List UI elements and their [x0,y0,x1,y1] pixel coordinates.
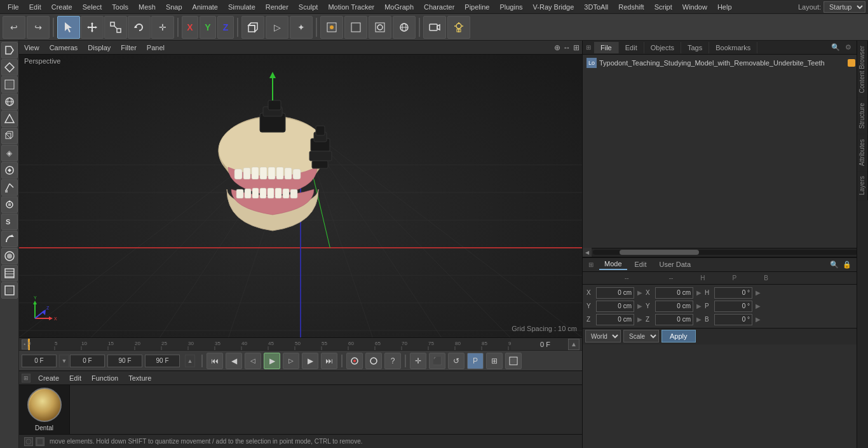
menu-motion-tracker[interactable]: Motion Tracker [323,2,379,12]
left-tool-12[interactable] [1,231,18,247]
left-tool-10[interactable] [1,196,18,213]
menu-select[interactable]: Select [78,2,107,12]
obj-tab-tags[interactable]: Tags [681,42,709,53]
coord-y-input[interactable] [596,301,634,312]
menu-redshift[interactable]: Redshift [613,2,649,12]
vp-menu-display[interactable]: Display [85,43,113,53]
menu-simulate[interactable]: Simulate [223,2,261,12]
obj-item-1[interactable]: Lo Typodont_Teaching_Studying_Model_with… [583,56,868,70]
redo-button[interactable]: ↩ [27,16,50,39]
layers-tab[interactable]: Layers [857,171,868,200]
left-tool-4[interactable] [1,93,18,110]
transform-tool-button[interactable]: ✛ [151,16,174,39]
render-region-button[interactable] [320,16,343,39]
bottom-menu-texture[interactable]: Texture [126,373,154,383]
vp-expand-icon[interactable]: ⊕ [554,43,560,52]
grid-transport[interactable]: ⊞ [486,353,503,369]
scale-tool-button[interactable] [104,16,127,39]
menu-3dtoall[interactable]: 3DToAll [579,2,613,12]
coord-h-input[interactable] [714,287,752,299]
left-tool-7[interactable]: ◈ [1,145,18,161]
goto-start-button[interactable]: ⏮ [207,353,223,369]
menu-file[interactable]: File [3,2,24,12]
left-tool-13[interactable] [1,248,18,264]
left-tool-11[interactable]: S [1,214,18,230]
left-tool-9[interactable] [1,179,18,196]
menu-animate[interactable]: Animate [187,2,223,12]
scale-select[interactable]: Scale [623,330,659,343]
bottom-menu-function[interactable]: Function [89,373,121,383]
attr-search-icon[interactable]: 🔍 [829,259,840,270]
help-button[interactable]: ? [384,353,401,369]
goto-end-button[interactable]: ⏭ [321,353,337,369]
record-button[interactable] [346,353,363,369]
structure-tab[interactable]: Structure [857,98,868,134]
menu-sculpt[interactable]: Sculpt [294,2,323,12]
vp-menu-cameras[interactable]: Cameras [47,43,81,53]
obj-tab-file[interactable]: File [594,42,619,53]
scrollbar-track[interactable] [593,250,858,255]
apply-button[interactable]: Apply [661,330,696,343]
obj-tab-bookmarks[interactable]: Bookmarks [709,42,757,53]
snap-transport[interactable] [505,353,522,369]
menu-vray[interactable]: V-Ray Bridge [528,2,580,12]
menu-character[interactable]: Character [419,2,459,12]
play-button[interactable]: ▶ [264,353,280,369]
current-frame-field[interactable] [22,355,57,367]
z-axis-button[interactable]: Z [217,16,234,39]
vp-sync-icon[interactable]: ↔ [563,43,571,52]
move-tool-button[interactable] [81,16,104,39]
timeline-arrow-up[interactable]: ▲ [568,339,580,350]
menu-script[interactable]: Script [649,2,677,12]
light-button[interactable] [447,16,470,39]
coord-b-input[interactable] [714,314,752,325]
scroll-left-arrow[interactable]: ◀ [583,248,592,257]
frame-up-button[interactable]: ▲ [185,355,195,367]
sphere-button[interactable]: ▷ [266,16,288,39]
menu-edit[interactable]: Edit [24,2,46,12]
menu-plugins[interactable]: Plugins [494,2,527,12]
end-frame-field2[interactable] [145,355,180,367]
left-tool-2[interactable] [1,59,18,76]
menu-tools[interactable]: Tools [107,2,133,12]
world-select[interactable]: World [585,330,621,343]
left-tool-6[interactable] [1,128,18,144]
coord-z2-input[interactable] [655,314,693,325]
menu-pipeline[interactable]: Pipeline [459,2,494,12]
left-tool-3[interactable] [1,76,18,93]
prev-frame-button[interactable]: ◀ [226,353,242,369]
bottom-menu-edit[interactable]: Edit [67,373,84,383]
y-axis-button[interactable]: Y [200,16,216,39]
bottom-menu-create[interactable]: Create [36,373,62,383]
obj-dot-orange-1[interactable] [848,59,855,67]
menu-help[interactable]: Help [712,2,737,12]
obj-gear-icon[interactable]: ⚙ [843,42,854,53]
end-frame-field[interactable] [107,355,142,367]
interactive-render-button[interactable] [393,16,416,39]
timeline[interactable]: ▪ 0 5 10 15 [19,337,582,350]
cylinder-button[interactable]: ✦ [290,16,313,39]
start-frame-field[interactable] [70,355,105,367]
obj-tab-edit[interactable]: Edit [619,42,644,53]
cube-button[interactable] [241,16,264,39]
coord-y2-input[interactable] [655,301,693,312]
obj-search-icon[interactable]: 🔍 [830,42,841,53]
attr-lock-icon[interactable]: 🔒 [841,259,853,270]
horizontal-scrollbar[interactable]: ◀ ▶ [583,248,868,257]
render-settings-button[interactable] [369,16,391,39]
menu-snap[interactable]: Snap [161,2,187,12]
obj-tab-objects[interactable]: Objects [644,42,681,53]
left-tool-14[interactable] [1,265,18,282]
attributes-tab[interactable]: Attributes [857,134,868,171]
next-keyframe-button[interactable]: ▷ [283,353,299,369]
move-btn-transport[interactable]: ✛ [410,353,426,369]
status-dot-1[interactable] [24,437,33,446]
coord-x-input[interactable] [596,287,634,299]
menu-mograph[interactable]: MoGraph [379,2,419,12]
next-frame-button[interactable]: ▶ [302,353,318,369]
pivot-btn-transport[interactable]: P [467,353,484,369]
left-tool-1[interactable] [1,42,18,58]
left-tool-5[interactable] [1,111,18,127]
vp-menu-view[interactable]: View [22,43,42,53]
x-axis-button[interactable]: X [182,16,198,39]
